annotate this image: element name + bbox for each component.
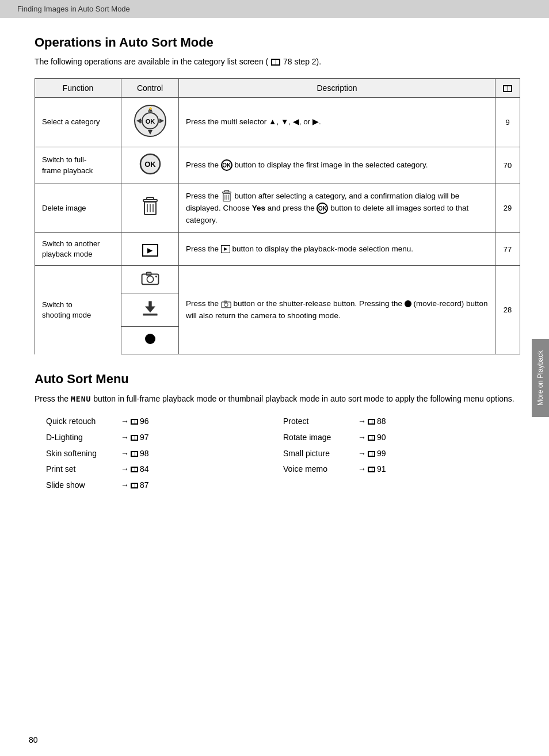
- svg-rect-19: [222, 192, 231, 193]
- svg-text:OK: OK: [145, 118, 155, 125]
- book-icon-ref: [368, 435, 375, 441]
- control-cell-camera: [121, 266, 179, 293]
- section2-title: Auto Sort Menu: [35, 372, 520, 387]
- list-item: Skin softening → 98: [46, 447, 283, 461]
- table-row: Select a category OK: [35, 98, 520, 147]
- svg-point-27: [155, 276, 157, 277]
- header-book-icon: [503, 85, 512, 92]
- menu-col-left: Quick retouch → 96 D-Lighting → 97 Skin …: [46, 415, 283, 495]
- camera-icon: [141, 270, 159, 285]
- book-icon-ref: [131, 419, 138, 425]
- list-item: Print set → 84: [46, 463, 283, 476]
- ref-cell: 9: [495, 98, 520, 147]
- table-row: Switch to anotherplayback mode ▶ Press t…: [35, 232, 520, 265]
- book-icon-ref: [131, 451, 138, 457]
- control-cell-movierecord: [121, 327, 179, 354]
- multi-selector-icon: OK ⚡ ✕ ↺: [133, 104, 167, 138]
- menu-options-container: Quick retouch → 96 D-Lighting → 97 Skin …: [35, 415, 520, 495]
- svg-rect-32: [148, 301, 151, 308]
- menu-item-ref: → 88: [358, 415, 386, 429]
- section1-intro: The following operations are available i…: [35, 56, 520, 68]
- table-row: Switch to full-frame playback OK Press t…: [35, 147, 520, 184]
- svg-text:⚡: ⚡: [147, 106, 152, 111]
- desc-cell-shooting: Press the button or the shutter-release …: [179, 266, 495, 354]
- menu-item-ref: → 87: [121, 479, 149, 492]
- list-item: Small picture → 99: [283, 447, 520, 461]
- inline-circle-icon: [405, 300, 411, 307]
- menu-item-ref: → 91: [358, 463, 386, 476]
- function-cell-fullframe: Switch to full-frame playback: [35, 147, 121, 184]
- col-function: Function: [35, 79, 121, 98]
- trash-icon: [141, 196, 159, 217]
- function-cell-playback: Switch to anotherplayback mode: [35, 232, 121, 265]
- function-cell: Select a category: [35, 98, 121, 147]
- menu-item-label: Protect: [283, 415, 358, 429]
- svg-rect-13: [143, 200, 157, 201]
- desc-cell-playback: Press the ▶ button to display the playba…: [179, 232, 495, 265]
- menu-button-label: MENU: [71, 395, 91, 403]
- movie-record-icon: [145, 334, 155, 344]
- book-icon-ref: [368, 451, 375, 457]
- menu-item-ref: → 96: [121, 415, 149, 429]
- menu-item-label: D-Lighting: [46, 431, 121, 445]
- desc-cell-fullframe: Press the OK button to display the first…: [179, 147, 495, 184]
- control-cell-shutter: [121, 293, 179, 327]
- menu-item-ref: → 97: [121, 431, 149, 445]
- table-row: Delete image: [35, 184, 520, 233]
- menu-item-ref: → 90: [358, 431, 386, 445]
- inline-trash-icon: [221, 190, 232, 203]
- book-icon-ref: [131, 483, 138, 488]
- operations-table: Function Control Description Select a ca…: [35, 78, 520, 354]
- desc-cell-select-category: Press the multi selector ▲, ▼, ◀, or ▶.: [179, 98, 495, 147]
- menu-item-label: Skin softening: [46, 447, 121, 461]
- page-number-footer: 80: [29, 735, 38, 744]
- page-header: Finding Images in Auto Sort Mode: [0, 0, 549, 18]
- book-icon-ref: [368, 467, 375, 472]
- list-item: Voice memo → 91: [283, 463, 520, 476]
- control-cell-play: ▶: [121, 232, 179, 265]
- control-cell-multiselector: OK ⚡ ✕ ↺: [121, 98, 179, 147]
- svg-text:↺: ↺: [138, 119, 143, 125]
- control-cell-trash: [121, 184, 179, 233]
- menu-item-ref: → 99: [358, 447, 386, 461]
- svg-rect-33: [143, 314, 157, 316]
- ref-cell-delete: 29: [495, 184, 520, 233]
- svg-point-25: [147, 276, 153, 282]
- book-icon-ref: [131, 467, 138, 472]
- col-description: Description: [179, 79, 495, 98]
- ok-button-icon: OK: [139, 153, 161, 175]
- section1-title: Operations in Auto Sort Mode: [35, 35, 520, 50]
- col-ref: [495, 79, 520, 98]
- table-row-shooting-a: Switch toshooting mode Press the button …: [35, 266, 520, 293]
- ref-cell-fullframe: 70: [495, 147, 520, 184]
- inline-play-icon: ▶: [221, 245, 230, 253]
- menu-item-label: Small picture: [283, 447, 358, 461]
- svg-text:✕: ✕: [158, 119, 162, 125]
- list-item: D-Lighting → 97: [46, 431, 283, 445]
- inline-ok-icon: OK: [221, 159, 232, 171]
- header-text: Finding Images in Auto Sort Mode: [17, 5, 130, 13]
- menu-item-label: Rotate image: [283, 431, 358, 445]
- book-icon-ref: [368, 419, 375, 425]
- inline-ok-icon2: OK: [317, 203, 328, 214]
- inline-camera-icon: [221, 300, 231, 308]
- ref-cell-playback: 77: [495, 232, 520, 265]
- list-item: Quick retouch → 96: [46, 415, 283, 429]
- svg-point-29: [224, 303, 228, 306]
- play-button-icon: ▶: [142, 244, 158, 257]
- menu-item-label: Quick retouch: [46, 415, 121, 429]
- menu-item-label: Voice memo: [283, 463, 358, 476]
- book-icon-inline: [271, 59, 280, 66]
- book-icon-ref: [131, 435, 138, 441]
- menu-item-ref: → 98: [121, 447, 149, 461]
- control-cell-ok: OK: [121, 147, 179, 184]
- list-item: Protect → 88: [283, 415, 520, 429]
- menu-item-ref: → 84: [121, 463, 149, 476]
- function-cell-delete: Delete image: [35, 184, 121, 233]
- function-cell-shooting: Switch toshooting mode: [35, 266, 121, 354]
- sidebar-tab: More on Playback: [532, 339, 549, 417]
- list-item: Rotate image → 90: [283, 431, 520, 445]
- menu-col-right: Protect → 88 Rotate image → 90 Small pic…: [283, 415, 520, 495]
- section2-intro: Press the MENU button in full-frame play…: [35, 392, 520, 406]
- list-item: Slide show → 87: [46, 479, 283, 492]
